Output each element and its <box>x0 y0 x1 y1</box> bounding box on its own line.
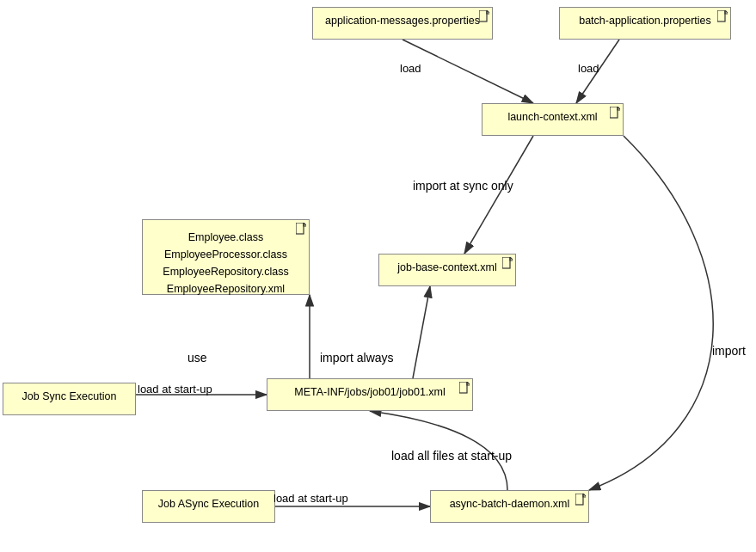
label-import-always: import always <box>320 351 394 365</box>
label-use: use <box>187 351 207 365</box>
node-batch-app: batch-application.properties <box>559 7 731 40</box>
svg-line-2 <box>403 40 533 103</box>
node-launch-context: launch-context.xml <box>482 103 624 136</box>
file-icon-app-messages <box>479 10 489 22</box>
svg-rect-17 <box>502 257 510 268</box>
label-import-at-sync-only: import at sync only <box>413 179 513 193</box>
svg-rect-13 <box>610 107 618 118</box>
label-import: import <box>712 344 746 358</box>
node-app-messages-label: application-messages.properties <box>325 15 480 27</box>
svg-rect-19 <box>459 382 467 393</box>
node-job-sync: Job Sync Execution <box>3 383 136 415</box>
label-load2: load <box>578 62 599 75</box>
node-job01-xml-label: META-INF/jobs/job01/job01.xml <box>294 386 446 398</box>
node-job01-xml: META-INF/jobs/job01/job01.xml <box>267 378 473 411</box>
file-icon-launch-context <box>610 107 620 119</box>
node-job-sync-label: Job Sync Execution <box>22 390 117 402</box>
svg-rect-11 <box>717 10 725 21</box>
svg-rect-15 <box>296 223 304 234</box>
node-job-base-context-label: job-base-context.xml <box>397 261 496 273</box>
file-icon-job-base-context <box>502 257 513 269</box>
diagram-container: application-messages.properties batch-ap… <box>0 0 756 552</box>
node-job-async-label: Job ASync Execution <box>158 498 259 510</box>
node-async-batch-daemon-label: async-batch-daemon.xml <box>450 498 570 510</box>
svg-rect-21 <box>575 494 583 505</box>
svg-line-4 <box>464 136 533 254</box>
file-icon-async-batch-daemon <box>575 494 586 506</box>
node-app-messages: application-messages.properties <box>312 7 493 40</box>
file-icon-employee-classes <box>296 223 306 235</box>
node-async-batch-daemon: async-batch-daemon.xml <box>430 490 589 523</box>
file-icon-job01-xml <box>459 382 470 394</box>
file-icon-batch-app <box>717 10 728 22</box>
node-employee-classes-label: Employee.classEmployeeProcessor.classEmp… <box>151 225 300 297</box>
node-job-base-context: job-base-context.xml <box>378 254 516 286</box>
node-launch-context-label: launch-context.xml <box>507 111 597 123</box>
svg-line-6 <box>413 286 430 378</box>
label-load-at-startup1: load at start-up <box>138 383 212 396</box>
label-load-all-files: load all files at start-up <box>391 449 512 463</box>
label-load1: load <box>400 62 421 75</box>
label-load-at-startup2: load at start-up <box>274 492 348 505</box>
node-employee-classes: Employee.classEmployeeProcessor.classEmp… <box>142 219 310 295</box>
svg-rect-9 <box>479 10 487 21</box>
node-batch-app-label: batch-application.properties <box>579 15 711 27</box>
node-job-async: Job ASync Execution <box>142 490 275 523</box>
